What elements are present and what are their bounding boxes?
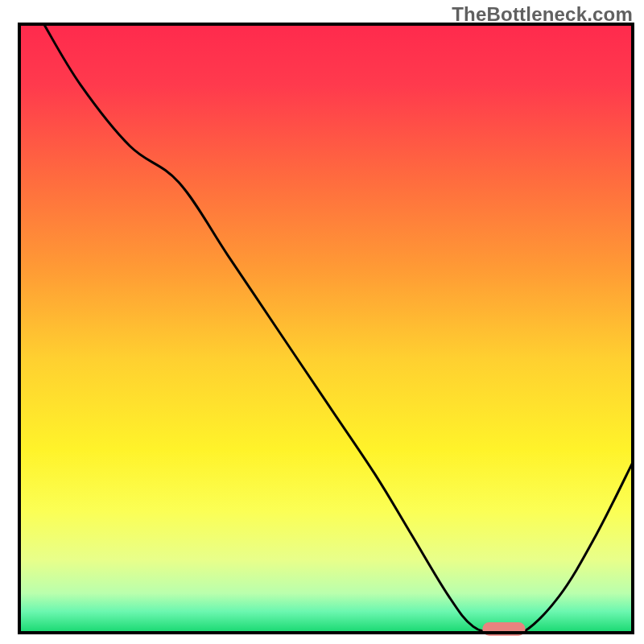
- chart-container: TheBottleneck.com: [0, 0, 644, 644]
- gradient-background: [19, 24, 633, 633]
- curve-chart: [0, 0, 644, 644]
